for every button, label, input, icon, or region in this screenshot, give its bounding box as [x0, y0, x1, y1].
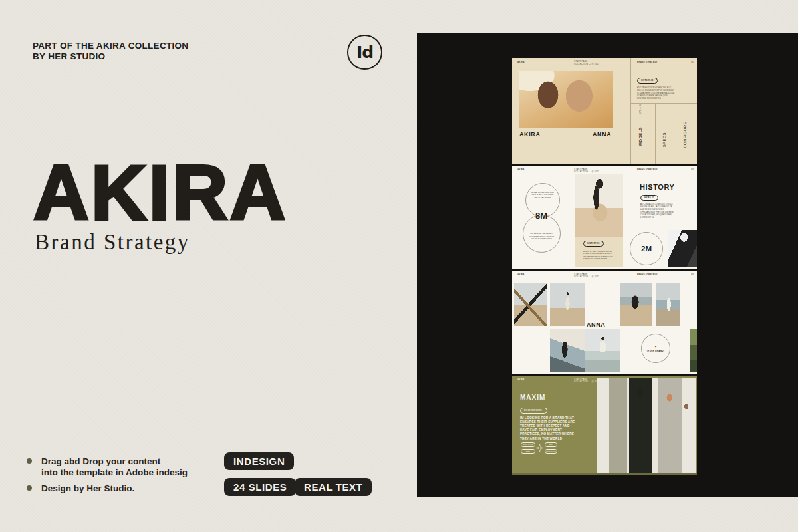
- year-2024-button[interactable]: 2024: [545, 442, 557, 447]
- slide1-history-pill[interactable]: HISTORY-09: [637, 78, 658, 84]
- slide3-name-anna: ANNA: [587, 321, 605, 328]
- slide-header-center: START PAGECOLLECTION — @ 2021: [574, 273, 599, 279]
- slide1-name-right: ANNA: [593, 131, 611, 138]
- collection-kicker: PART OF THE AKIRA COLLECTION BY HER STUD…: [33, 41, 188, 62]
- slide1-column-models: MODELS: [638, 127, 642, 146]
- badge-24-slides[interactable]: 24 SLIDES: [224, 478, 296, 496]
- next-page-button[interactable]: NEXT PAGE: [521, 442, 535, 447]
- badge-indesign[interactable]: INDESIGN: [224, 452, 294, 470]
- slide1-column-note: UPD — 03: [640, 104, 642, 114]
- slide2-akira-pill[interactable]: AKIRA-03: [640, 195, 658, 201]
- photo-bw-model: [668, 230, 697, 267]
- slide1-body-text: AD CONSECTETUR ADIPISCING ELIT, SED DO E…: [637, 87, 674, 100]
- slide-page-number: 03: [691, 273, 694, 276]
- bullet-dot-icon: [27, 458, 32, 464]
- slide-header-center: START PAGECOLLECTION — @ 2021: [574, 168, 599, 174]
- slide-brand: AKIRA: [517, 378, 525, 381]
- slide2-tan-text: AD CONVALLIS COMMODO LIGULA SECVM NA EST…: [583, 248, 615, 263]
- product-title: AKIRA: [33, 154, 287, 231]
- bullet-drag-drop: Drag abd Drop your content into the temp…: [27, 456, 188, 479]
- slide-maxim: AKIRA START PAGECOLLECTION — @ 2021 MAXI…: [512, 376, 697, 475]
- slide-brand: AKIRA: [517, 61, 525, 63]
- photo-beach-model-sitting: [620, 283, 652, 326]
- slide1-column-configure: CONFIGURE: [683, 122, 687, 148]
- slide2-stat-2m: 2M: [641, 245, 652, 253]
- slide1-vertical-rule: [630, 58, 631, 164]
- slide4-nav-cluster: NEXT PAGE 2021 2024 NEXT PAGE: [521, 442, 574, 456]
- slide1-column-rule: [674, 103, 674, 164]
- slide2-heading-history: HISTORY: [640, 183, 675, 191]
- slide-start-page: AKIRA START PAGECOLLECTION — @ 2021 BRAN…: [512, 58, 697, 164]
- bullet-drag-drop-text: Drag abd Drop your content into the temp…: [41, 456, 188, 479]
- slide-brand: AKIRA: [517, 273, 525, 276]
- product-subtitle: Brand Strategy: [35, 230, 190, 255]
- slide-header-right: BRAND STRATEGY: [637, 168, 658, 171]
- slide1-divider-line: [553, 138, 584, 138]
- slide2-history-pill[interactable]: HISTORY-09: [583, 241, 604, 247]
- photo-beach-model-standing: [550, 283, 585, 326]
- slide3-header: AKIRA START PAGECOLLECTION — @ 2021 BRAN…: [512, 273, 697, 279]
- slide-gallery: AKIRA START PAGECOLLECTION — @ 2021 BRAN…: [512, 271, 697, 374]
- sparkle-icon: ✦: [654, 345, 656, 348]
- slide-page-number: 02: [691, 168, 694, 171]
- slide4-quote-text: IM LOOKING FOR A BRAND THAT ENSURES THEI…: [520, 416, 579, 441]
- photo-group-models: [597, 378, 696, 473]
- slide4-header: AKIRA START PAGECOLLECTION — @ 2021: [512, 378, 697, 384]
- kicker-line-1: PART OF THE AKIRA COLLECTION: [33, 41, 188, 51]
- year-2021-button[interactable]: 2021: [521, 449, 535, 454]
- slide-header-right: BRAND STRATEGY: [637, 61, 658, 63]
- photo-green-edge: [690, 329, 697, 372]
- compass-star-icon: [535, 443, 545, 453]
- bullet-design-by: Design by Her Studio.: [27, 483, 134, 494]
- slide2-circle-2m: 2M: [630, 232, 663, 265]
- slide-header-right: BRAND STRATEGY: [637, 273, 658, 276]
- indesign-logo-text: Id: [356, 43, 373, 62]
- marketing-canvas: PART OF THE AKIRA COLLECTION BY HER STUD…: [0, 0, 798, 532]
- photo-model-portrait: [575, 174, 623, 237]
- next-page-button[interactable]: NEXT PAGE: [545, 449, 557, 454]
- discover-more-button[interactable]: DISCOVER MORE ↓: [520, 408, 547, 414]
- slide2-stat-8m: 8M: [535, 211, 547, 221]
- photo-sea-model-white: [656, 283, 680, 326]
- photo-beach-chair: [514, 283, 547, 326]
- slide1-column-rule: [655, 103, 656, 164]
- bullet-design-by-text: Design by Her Studio.: [41, 483, 134, 494]
- slide-brand: AKIRA: [517, 168, 525, 171]
- slide1-column-specs: SPECS: [662, 132, 666, 147]
- slide1-horizontal-rule: [630, 103, 697, 104]
- slide-page-number: 01: [691, 61, 694, 63]
- slide4-heading-maxim: MAXIM: [520, 394, 545, 401]
- slide-history: AKIRA START PAGECOLLECTION — @ 2021 BRAN…: [512, 166, 697, 269]
- indesign-logo-icon: Id: [347, 35, 382, 70]
- kicker-line-2: BY HER STUDIO: [33, 51, 188, 62]
- slide-header-center: START PAGECOLLECTION — @ 2021: [574, 378, 599, 384]
- slide2-body-text: AD CONVALLIS COMMODO LIGULA SECVM AN EST…: [640, 203, 674, 219]
- slide1-name-left: AKIRA: [519, 131, 541, 138]
- slide2-header: AKIRA START PAGECOLLECTION — @ 2021 BRAN…: [512, 168, 697, 174]
- slide3-brand-circle: ✦ [YOUR BRAND]: [641, 334, 670, 363]
- slide1-column-note-line: [642, 116, 642, 125]
- slide2-circle-bottom-text: DUI SEMPER AND COMETH THIGS ID ESTIN VIL…: [529, 233, 555, 245]
- slide1-header: AKIRA START PAGECOLLECTION — @ 2021 BRAN…: [512, 61, 697, 66]
- slide-header-center: START PAGECOLLECTION — @ 2021: [574, 61, 599, 66]
- photo-models-duo: [519, 71, 613, 128]
- badge-real-text[interactable]: REAL TEXT: [295, 478, 372, 496]
- photo-balcony-model: [550, 329, 585, 372]
- preview-panel: AKIRA START PAGECOLLECTION — @ 2021 BRAN…: [417, 33, 798, 497]
- slide2-circle-top-text: VENENATIS ISTIQUE ALMOND EXPED MULIER UN…: [530, 189, 555, 198]
- slide2-tan-block: HISTORY-09 AD CONVALLIS COMMODO LIGULA S…: [575, 237, 623, 267]
- slide3-brand-placeholder: [YOUR BRAND]: [647, 350, 664, 352]
- photo-seated-model: [585, 329, 620, 372]
- bullet-dot-icon: [27, 485, 32, 491]
